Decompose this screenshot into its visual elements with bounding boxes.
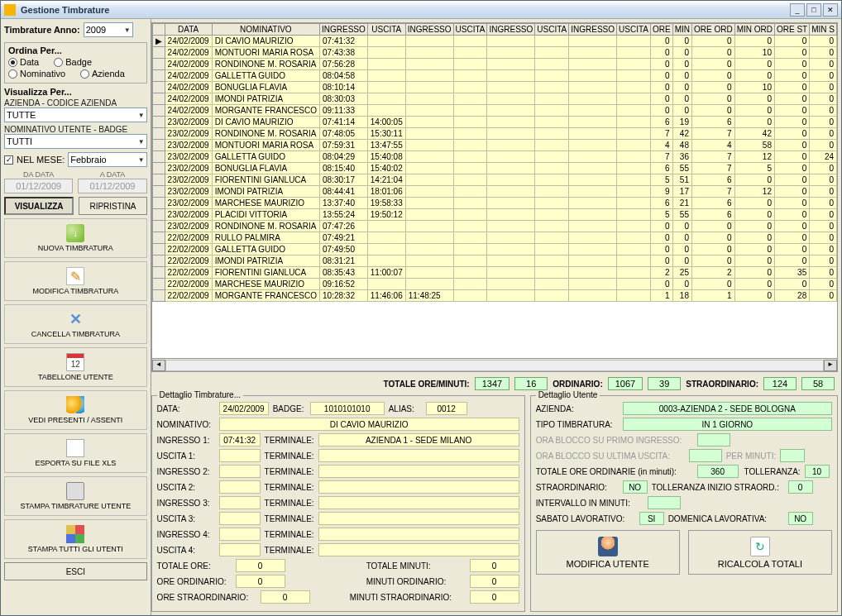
close-button[interactable]: ✕ [823,3,838,17]
visualizza-button[interactable]: VISUALIZZA [4,197,74,215]
table-row[interactable]: 24/02/2009MORGANTE FRANCESCO09:11:330000… [152,105,836,117]
users-icon [66,525,84,543]
scroll-right-button[interactable]: ► [824,360,837,371]
scroll-left-button[interactable]: ◄ [152,360,165,371]
utente-select[interactable]: TUTTI▼ [4,134,147,149]
delete-record-button[interactable]: CANCELLA TIMBRATURA [4,304,147,344]
export-xls-button[interactable]: ESPORTA SU FILE XLS [4,433,147,473]
add-icon [66,224,84,242]
exit-button[interactable]: ESCI [4,562,147,580]
recalc-icon [750,537,770,556]
table-row[interactable]: 23/02/2009FIORENTINI GIANLUCA08:30:1714:… [152,174,836,186]
column-header[interactable]: INGRESSO [487,24,535,36]
total-ore: 1347 [475,377,510,390]
str-min: 58 [801,377,835,390]
from-date-input: 01/12/2009 [4,179,73,193]
tabellone-button[interactable]: TABELLONE UTENTE [4,347,147,387]
edit-icon [66,267,84,285]
column-header[interactable]: USCITA [535,24,569,36]
ord-min: 39 [648,377,681,390]
edit-record-button[interactable]: MODIFICA TIMBRATURA [4,261,147,301]
window-title: Gestione Timbrature [21,5,790,15]
totals-bar: TOTALE ORE/MINUTI: 1347 16 ORDINARIO: 10… [151,375,838,392]
table-row[interactable]: 23/02/2009MARCHESE MAURIZIO13:37:4019:58… [152,198,836,209]
to-date-input: 01/12/2009 [78,179,146,193]
app-icon [4,4,16,16]
table-row[interactable]: 24/02/2009RONDINONE M. ROSARIA07:56:2800… [152,59,836,70]
table-row[interactable]: 23/02/2009RONDINONE M. ROSARIA07:48:0515… [152,128,836,140]
ripristina-button[interactable]: RIPRISTINA [79,197,146,215]
minimize-button[interactable]: _ [790,3,805,17]
column-header[interactable]: USCITA [367,24,405,36]
people-icon [66,396,84,414]
table-row[interactable]: 22/02/2009FIORENTINI GIANLUCA08:35:4311:… [152,267,836,279]
month-checkbox[interactable]: ✓ [4,155,13,165]
sort-radio-badge[interactable]: Badge [54,57,92,67]
sidebar: Timbrature Anno: 2009▼ Ordina Per... Dat… [1,19,151,615]
dettaglio-utente: Dettaglio Utente AZIENDA:0003-AZIENDA 2 … [530,395,838,612]
calendar-icon [66,353,84,371]
table-row[interactable]: 23/02/2009IMONDI PATRIZIA08:44:4118:01:0… [152,186,836,198]
table-row[interactable]: 22/02/2009MORGANTE FRANCESCO10:28:3211:4… [152,290,836,302]
printer-icon [66,482,84,500]
chevron-down-icon: ▼ [138,138,145,146]
column-header[interactable]: MIN ORD [734,24,774,36]
table-row[interactable]: ▶24/02/2009DI CAVIO MAURIZIO07:41:320000… [152,36,836,47]
column-header[interactable]: INGRESSO [405,24,453,36]
table-row[interactable]: 23/02/2009MONTUORI MARIA ROSA07:59:3113:… [152,140,836,151]
chevron-down-icon: ▼ [124,26,131,34]
column-header[interactable]: INGRESSO [569,24,617,36]
month-select[interactable]: Febbraio▼ [68,152,146,167]
sort-radio-nominativo[interactable]: Nominativo [8,69,65,79]
year-label: Timbrature Anno: [4,25,80,35]
modifica-utente-button[interactable]: MODIFICA UTENTE [536,530,680,575]
column-header[interactable]: ORE ST [774,24,809,36]
table-row[interactable]: 23/02/2009RONDINONE M. ROSARIA07:47:2600… [152,221,836,232]
table-row[interactable]: 24/02/2009MONTUORI MARIA ROSA07:43:38000… [152,47,836,59]
data-grid[interactable]: DATANOMINATIVOINGRESSOUSCITAINGRESSOUSCI… [151,22,838,372]
print-all-button[interactable]: STAMPA TUTTI GLI UTENTI [4,519,147,559]
sort-radio-data[interactable]: Data [8,57,39,67]
table-row[interactable]: 24/02/2009GALLETTA GUIDO08:04:58000000 [152,70,836,82]
table-row[interactable]: 24/02/2009BONUGLIA FLAVIA08:10:140001000 [152,82,836,93]
presenti-button[interactable]: VEDI PRESENTI / ASSENTI [4,390,147,430]
horizontal-scrollbar[interactable]: ◄ ► [152,358,837,371]
table-row[interactable]: 22/02/2009MARCHESE MAURIZIO09:16:5200000… [152,279,836,290]
year-select[interactable]: 2009▼ [84,22,133,37]
column-header[interactable]: ORE [650,24,672,36]
str-ore: 124 [763,377,797,390]
new-record-button[interactable]: NUOVA TIMBRATURA [4,218,147,258]
ord-ore: 1067 [608,377,643,390]
xls-icon [66,439,84,457]
titlebar: Gestione Timbrature _ □ ✕ [1,1,841,19]
total-min: 16 [514,377,548,390]
column-header[interactable]: USCITA [453,24,487,36]
column-header[interactable]: NOMINATIVO [212,24,319,36]
column-header[interactable]: MIN S [810,24,837,36]
table-row[interactable]: 22/02/2009RULLO PALMIRA07:49:21000000 [152,232,836,244]
chevron-down-icon: ▼ [138,112,145,119]
user-icon [598,537,618,556]
column-header[interactable]: ORE ORD [691,24,734,36]
table-row[interactable]: 23/02/2009DI CAVIO MAURIZIO07:41:1414:00… [152,117,836,128]
table-row[interactable]: 23/02/2009PLACIDI VITTORIA13:55:2419:50:… [152,209,836,221]
column-header[interactable]: INGRESSO [320,24,368,36]
sort-group: Ordina Per... Data Badge Nominativo Azie… [4,42,147,84]
dettaglio-timbrature: Dettaglio Timbrature... DATA:24/02/2009 … [151,395,525,612]
delete-icon [66,310,84,328]
table-row[interactable]: 24/02/2009IMONDI PATRIZIA08:30:03000000 [152,93,836,105]
table-row[interactable]: 22/02/2009GALLETTA GUIDO07:49:50000000 [152,244,836,255]
maximize-button[interactable]: □ [806,3,821,17]
table-row[interactable]: 23/02/2009GALLETTA GUIDO08:04:2915:40:08… [152,151,836,163]
chevron-down-icon: ▼ [138,156,145,164]
sort-radio-azienda[interactable]: Azienda [80,69,125,79]
column-header[interactable]: DATA [165,24,212,36]
table-row[interactable]: 23/02/2009BONUGLIA FLAVIA08:15:4015:40:0… [152,163,836,174]
column-header[interactable]: USCITA [617,24,651,36]
azienda-select[interactable]: TUTTE▼ [4,107,147,122]
ricalcola-button[interactable]: RICALCOLA TOTALI [688,530,832,575]
print-user-button[interactable]: STAMPA TIMBRATURE UTENTE [4,476,147,516]
table-row[interactable]: 22/02/2009IMONDI PATRIZIA08:31:21000000 [152,255,836,267]
column-header[interactable]: MIN [672,24,691,36]
